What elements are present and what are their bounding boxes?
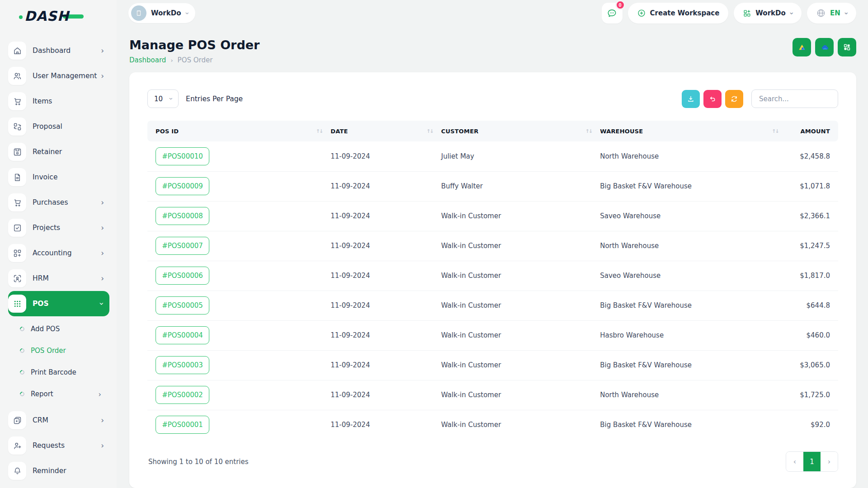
sidebar-item-invoice[interactable]: Invoice <box>8 164 109 190</box>
column-header-amount[interactable]: AMOUNT <box>783 121 838 141</box>
language-selector[interactable]: EN › <box>807 3 856 23</box>
cell-pos-id: #POS00001 <box>147 410 327 440</box>
cell-customer: Walk-in Customer <box>438 410 596 440</box>
pos-icon <box>8 295 26 313</box>
pagination-prev-button[interactable]: ‹ <box>786 452 803 471</box>
pagination-page-1-button[interactable]: 1 <box>803 452 821 471</box>
app-logo[interactable]: DASH <box>0 6 117 26</box>
pos-id-button[interactable]: #POS00002 <box>156 386 209 404</box>
column-header-label: POS ID <box>156 128 179 135</box>
grid-view-button[interactable] <box>838 38 856 56</box>
sort-icon[interactable]: ↑↓ <box>585 128 592 134</box>
sidebar-item-label: HRM <box>33 274 101 282</box>
google-drive-button[interactable] <box>793 38 811 56</box>
cell-amount: $1,817.0 <box>783 261 838 291</box>
pos-id-button[interactable]: #POS00004 <box>156 326 209 344</box>
pos-id-button[interactable]: #POS00008 <box>156 207 209 225</box>
sort-icon[interactable]: ↑↓ <box>426 128 433 134</box>
sidebar-item-label: Reminder <box>33 467 109 475</box>
entries-per-page-select[interactable]: 10 › <box>147 89 179 108</box>
cell-amount: $2,366.1 <box>783 201 838 231</box>
sort-icon[interactable]: ↑↓ <box>316 128 322 134</box>
sidebar-item-dashboard[interactable]: Dashboard› <box>8 38 109 63</box>
breadcrumb-dashboard-link[interactable]: Dashboard <box>129 56 166 64</box>
sidebar-item-hrm[interactable]: HRM› <box>8 266 109 291</box>
grid-plus-icon <box>743 9 751 18</box>
header-actions <box>793 38 856 56</box>
chevron-down-icon: › <box>788 12 794 14</box>
cell-date: 11-09-2024 <box>327 291 437 320</box>
sidebar-subitem-pos-order[interactable]: POS Order <box>0 340 117 361</box>
sidebar-item-label: Items <box>33 97 109 105</box>
chevron-down-icon: › <box>167 98 174 100</box>
sidebar-item-crm[interactable]: CRM› <box>8 408 109 433</box>
onedrive-button[interactable] <box>815 38 834 56</box>
pagination-next-button[interactable]: › <box>821 452 838 471</box>
home-icon <box>8 42 26 60</box>
sidebar-item-retainer[interactable]: Retainer <box>8 139 109 164</box>
sidebar-subitem-add-pos[interactable]: Add POS <box>0 318 117 340</box>
pos-id-button[interactable]: #POS00005 <box>156 296 209 314</box>
sidebar-item-label: Purchases <box>33 198 101 206</box>
cell-customer: Walk-in Customer <box>438 201 596 231</box>
undo-icon <box>708 95 717 103</box>
sidebar-subitem-label: POS Order <box>31 347 117 355</box>
sidebar-item-items[interactable]: Items <box>8 89 109 114</box>
sidebar-item-accounting[interactable]: Accounting› <box>8 240 109 266</box>
pos-id-button[interactable]: #POS00007 <box>156 237 209 255</box>
cell-date: 11-09-2024 <box>327 171 437 201</box>
table-row: #POS0000711-09-2024Walk-in CustomerNorth… <box>147 231 838 261</box>
sidebar-nav: Dashboard›User Management›ItemsProposalR… <box>0 38 117 483</box>
search-input[interactable] <box>751 89 838 108</box>
sort-icon[interactable]: ↑↓ <box>772 128 778 134</box>
pos-id-button[interactable]: #POS00003 <box>156 356 209 374</box>
cell-customer: Walk-in Customer <box>438 291 596 320</box>
cell-amount: $1,247.5 <box>783 231 838 261</box>
cart-icon <box>8 92 26 110</box>
column-header-customer[interactable]: CUSTOMER↑↓ <box>438 121 596 141</box>
workspace-switcher-button[interactable]: WorkDo › <box>734 3 802 23</box>
sidebar-item-proposal[interactable]: Proposal <box>8 114 109 139</box>
refresh-button[interactable] <box>725 90 743 108</box>
messages-button[interactable]: 0 <box>602 3 623 23</box>
column-header-pos-id[interactable]: POS ID↑↓ <box>147 121 327 141</box>
cell-date: 11-09-2024 <box>327 350 437 380</box>
user-plus-icon <box>8 436 26 455</box>
sidebar-item-reminder[interactable]: Reminder <box>8 458 109 483</box>
cell-amount: $2,458.8 <box>783 141 838 171</box>
cart-icon <box>8 193 26 211</box>
chevron-right-icon: › <box>101 224 104 232</box>
breadcrumb: Dashboard › POS Order <box>129 56 259 64</box>
pos-id-button[interactable]: #POS00010 <box>156 147 209 165</box>
table-row: #POS0000611-09-2024Walk-in CustomerSaveo… <box>147 261 838 291</box>
topbar: WorkDo › 0 Create Workspace WorkDo › <box>117 0 868 26</box>
sidebar-subitem-label: Add POS <box>31 325 117 333</box>
sidebar-subitem-print-barcode[interactable]: Print Barcode <box>0 361 117 383</box>
workspace-selector[interactable]: WorkDo › <box>128 3 195 23</box>
pagination: ‹ 1 › <box>786 451 838 472</box>
reset-button[interactable] <box>703 90 722 108</box>
column-header-date[interactable]: DATE↑↓ <box>327 121 437 141</box>
sidebar-item-projects[interactable]: Projects› <box>8 215 109 240</box>
create-workspace-button[interactable]: Create Workspace <box>628 3 729 23</box>
sidebar-item-purchases[interactable]: Purchases› <box>8 190 109 215</box>
grid-icon <box>843 43 851 52</box>
cell-pos-id: #POS00003 <box>147 350 327 380</box>
pos-id-button[interactable]: #POS00001 <box>156 416 209 434</box>
table-row: #POS0000511-09-2024Walk-in CustomerBig B… <box>147 291 838 320</box>
sidebar-item-pos[interactable]: POS› <box>8 291 109 316</box>
pos-id-button[interactable]: #POS00006 <box>156 267 209 285</box>
sidebar-item-user-management[interactable]: User Management› <box>8 63 109 89</box>
column-header-warehouse[interactable]: WAREHOUSE↑↓ <box>596 121 783 141</box>
sidebar-item-requests[interactable]: Requests› <box>8 433 109 458</box>
pos-id-button[interactable]: #POS00009 <box>156 177 209 195</box>
cell-customer: Juliet May <box>438 141 596 171</box>
cell-pos-id: #POS00005 <box>147 291 327 320</box>
cell-customer: Buffy Walter <box>438 171 596 201</box>
sidebar-item-label: Invoice <box>33 173 109 181</box>
export-button[interactable] <box>682 90 700 108</box>
column-header-label: CUSTOMER <box>441 128 479 135</box>
sidebar-item-label: Accounting <box>33 249 101 257</box>
cell-warehouse: Big Basket F&V Warehouse <box>596 171 783 201</box>
sidebar-subitem-report[interactable]: Report› <box>0 383 117 405</box>
